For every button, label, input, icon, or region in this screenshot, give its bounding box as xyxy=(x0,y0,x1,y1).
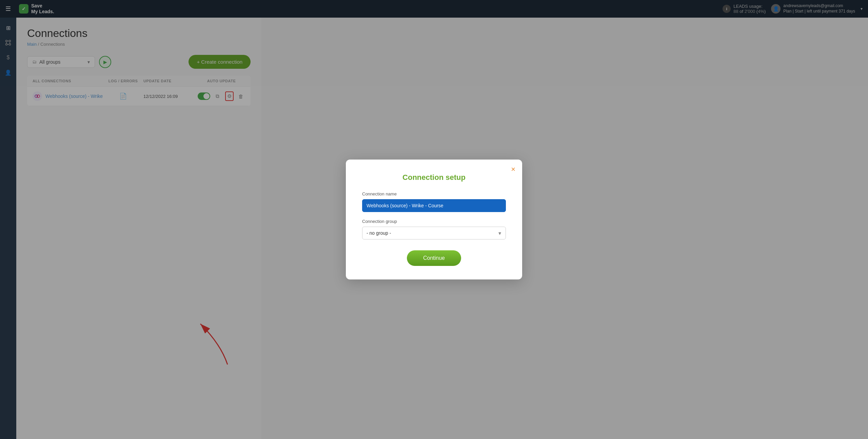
connection-group-select-wrap: - no group - ▾ xyxy=(362,227,506,239)
connection-name-input[interactable] xyxy=(362,199,506,212)
modal-overlay: × Connection setup Connection name Conne… xyxy=(0,0,868,439)
connection-group-select[interactable]: - no group - xyxy=(362,227,506,239)
connection-setup-modal: × Connection setup Connection name Conne… xyxy=(346,160,522,279)
connection-group-label: Connection group xyxy=(362,219,506,224)
continue-button[interactable]: Continue xyxy=(407,250,461,266)
connection-name-label: Connection name xyxy=(362,191,506,196)
modal-title: Connection setup xyxy=(362,173,506,182)
modal-close-button[interactable]: × xyxy=(511,165,515,174)
